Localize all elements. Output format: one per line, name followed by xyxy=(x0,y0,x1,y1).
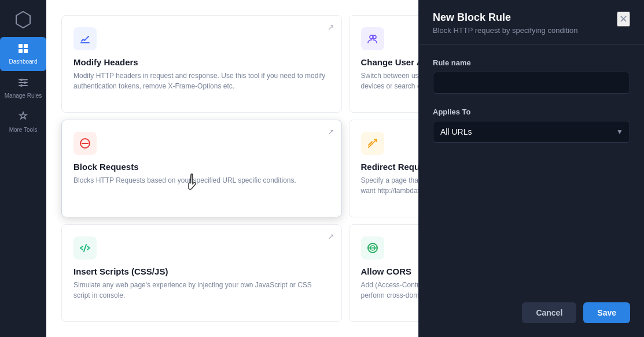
expand-icon-insert-scripts: ↗ xyxy=(327,232,334,241)
main-content: ↗ Modify Headers Modify HTTP headers in … xyxy=(46,0,644,337)
sidebar-item-manage-rules-label: Manage Rules xyxy=(5,92,42,99)
svg-point-7 xyxy=(20,84,23,87)
modify-headers-icon xyxy=(73,27,97,50)
redirect-requests-icon xyxy=(361,132,384,155)
sidebar-item-dashboard[interactable]: Dashboard xyxy=(0,37,46,71)
panel-close-button[interactable]: ✕ xyxy=(617,12,630,27)
insert-scripts-title: Insert Scripts (CSS/JS) xyxy=(73,266,330,276)
svg-point-6 xyxy=(24,82,26,84)
svg-marker-0 xyxy=(16,12,30,28)
dashboard-icon xyxy=(17,43,29,56)
panel-title: New Block Rule xyxy=(433,12,578,24)
tool-card-block-requests[interactable]: ↗ Block Requests Blocks HTTP Requests ba… xyxy=(61,120,342,217)
svg-rect-4 xyxy=(24,49,28,53)
panel-header: New Block Rule Block HTTP request by spe… xyxy=(419,0,644,45)
applies-to-select-wrap: All URLs Specific URL ▼ xyxy=(433,121,630,143)
applies-to-group: Applies To All URLs Specific URL ▼ xyxy=(433,108,630,143)
svg-point-5 xyxy=(20,79,23,81)
save-button[interactable]: Save xyxy=(583,302,630,323)
insert-scripts-icon xyxy=(73,236,97,260)
panel-footer: Cancel Save xyxy=(419,293,644,337)
sidebar: Dashboard Manage Rules More Tools xyxy=(0,0,46,337)
applies-to-select[interactable]: All URLs Specific URL xyxy=(433,121,630,143)
block-requests-desc: Blocks HTTP Requests based on your speci… xyxy=(73,175,330,186)
rule-name-label: Rule name xyxy=(433,58,630,67)
insert-scripts-desc: Simulate any web page's experience by in… xyxy=(73,280,330,301)
block-requests-title: Block Requests xyxy=(73,162,330,172)
tool-card-modify-headers[interactable]: ↗ Modify Headers Modify HTTP headers in … xyxy=(61,15,342,113)
rule-name-input[interactable] xyxy=(433,72,630,94)
sidebar-item-dashboard-label: Dashboard xyxy=(9,58,38,65)
tool-card-insert-scripts[interactable]: ↗ Insert Scripts (CSS/JS) Simulate any w… xyxy=(61,224,342,322)
panel-body: Rule name Applies To All URLs Specific U… xyxy=(419,45,644,293)
new-block-rule-panel: New Block Rule Block HTTP request by spe… xyxy=(418,0,644,337)
sidebar-item-manage-rules[interactable]: Manage Rules xyxy=(0,71,46,105)
sidebar-item-more-tools-label: More Tools xyxy=(9,127,38,134)
panel-subtitle: Block HTTP request by specifying conditi… xyxy=(433,26,578,35)
panel-header-text: New Block Rule Block HTTP request by spe… xyxy=(433,12,578,35)
app-logo[interactable] xyxy=(10,7,36,32)
cancel-button[interactable]: Cancel xyxy=(522,302,576,323)
block-requests-icon xyxy=(73,132,97,155)
svg-rect-2 xyxy=(24,44,28,48)
expand-icon-modify-headers: ↗ xyxy=(327,23,334,32)
change-user-agent-icon xyxy=(361,27,384,50)
modify-headers-desc: Modify HTTP headers in request and respo… xyxy=(73,71,330,91)
allow-cors-icon xyxy=(361,236,384,260)
svg-rect-1 xyxy=(19,44,23,48)
applies-to-label: Applies To xyxy=(433,108,630,116)
modify-headers-title: Modify Headers xyxy=(73,57,330,67)
expand-icon-block-requests: ↗ xyxy=(327,127,334,136)
sidebar-item-more-tools[interactable]: More Tools xyxy=(0,105,46,139)
svg-rect-3 xyxy=(19,49,23,53)
more-tools-icon xyxy=(17,111,29,124)
rule-name-group: Rule name xyxy=(433,58,630,94)
manage-rules-icon xyxy=(17,77,29,90)
